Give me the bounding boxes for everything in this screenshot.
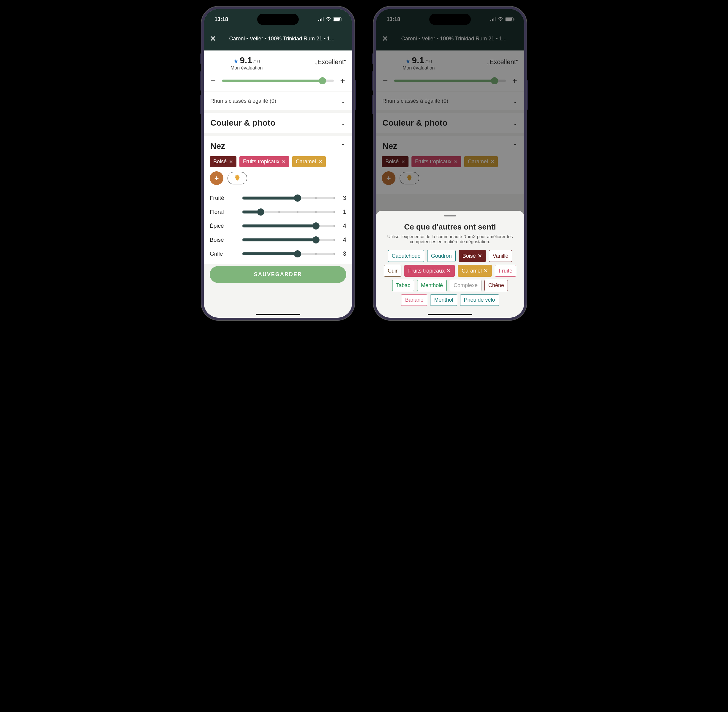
- phone-frame-1: 13:18 ✕ Caroni • Velier • 100% Trinidad …: [201, 6, 355, 321]
- suggestion-chip[interactable]: Goudron: [427, 250, 456, 262]
- chip-label: Menthol: [434, 297, 453, 303]
- suggestion-chip[interactable]: Vanillé: [489, 250, 512, 262]
- chip-label: Chêne: [488, 282, 504, 289]
- home-indicator[interactable]: [256, 314, 300, 315]
- chip-label: Boisé: [213, 159, 226, 165]
- flavor-chip[interactable]: Fruits tropicaux✕: [240, 156, 289, 167]
- attribute-value: 4: [340, 222, 346, 229]
- phone-side-button: [200, 95, 201, 114]
- flavor-chip[interactable]: Boisé✕: [210, 156, 237, 167]
- bulb-icon: [234, 175, 241, 182]
- chip-label: Mentholé: [421, 282, 443, 289]
- plus-button[interactable]: +: [339, 76, 346, 86]
- appbar-title: Caroni • Velier • 100% Trinidad Rum 21 •…: [223, 36, 346, 42]
- chip-remove-icon[interactable]: ✕: [478, 253, 482, 259]
- phone-frame-2: 13:18 ✕ Caroni • Velier • 100% Trinidad …: [373, 6, 527, 321]
- slider-thumb[interactable]: [294, 250, 301, 257]
- chip-label: Goudron: [431, 253, 452, 259]
- attribute-value: 4: [340, 236, 346, 243]
- minus-button[interactable]: −: [210, 76, 217, 86]
- star-icon: ★: [233, 58, 238, 65]
- app-bar: ✕ Caroni • Velier • 100% Trinidad Rum 21…: [204, 27, 352, 50]
- tied-rums-row[interactable]: Rhums classés à égalité (0) ⌄: [204, 92, 352, 110]
- chip-label: Banane: [405, 297, 423, 303]
- attribute-label: Épicé: [210, 222, 237, 229]
- attribute-slider[interactable]: [243, 210, 334, 214]
- suggestion-chip[interactable]: Banane: [401, 294, 427, 306]
- chip-label: Boisé: [463, 253, 476, 259]
- chip-label: Caramel: [462, 268, 482, 274]
- phone-side-button: [527, 80, 528, 110]
- battery-icon: [333, 17, 342, 21]
- attribute-row: Grillé3: [210, 247, 346, 261]
- suggestions-button[interactable]: [228, 172, 247, 184]
- chip-remove-icon[interactable]: ✕: [484, 267, 488, 274]
- attribute-slider[interactable]: [243, 196, 334, 200]
- rating-word: „Excellent": [315, 58, 346, 66]
- color-photo-section[interactable]: Couleur & photo ⌄: [204, 113, 352, 133]
- suggestion-chip[interactable]: Complexe: [450, 280, 481, 291]
- phone-side-button: [372, 53, 373, 64]
- chevron-down-icon: ⌄: [340, 119, 346, 126]
- chip-remove-icon[interactable]: ✕: [282, 159, 286, 165]
- attribute-label: Grillé: [210, 251, 237, 257]
- attribute-slider[interactable]: [243, 224, 334, 228]
- suggestion-chip[interactable]: Fruité: [495, 265, 516, 277]
- chip-label: Fruité: [499, 268, 512, 274]
- attribute-row: Boisé4: [210, 233, 346, 247]
- suggestion-chip[interactable]: Mentholé: [417, 280, 447, 291]
- sheet-subtitle: Utilise l'expérience de la communauté Ru…: [380, 234, 519, 244]
- suggestion-chip[interactable]: Boisé✕: [459, 250, 486, 262]
- slider-thumb[interactable]: [294, 194, 301, 202]
- chip-label: Tabac: [396, 282, 410, 289]
- chip-remove-icon[interactable]: ✕: [318, 159, 322, 165]
- nez-chips: Boisé✕Fruits tropicaux✕Caramel✕: [210, 156, 346, 167]
- phone-side-button: [372, 71, 373, 90]
- flavor-chip[interactable]: Caramel✕: [292, 156, 326, 167]
- home-indicator[interactable]: [428, 314, 472, 315]
- screen-2: 13:18 ✕ Caroni • Velier • 100% Trinidad …: [376, 9, 524, 318]
- nez-section-header[interactable]: Nez ⌃: [204, 136, 352, 156]
- suggestion-chip[interactable]: Fruits tropicaux✕: [404, 265, 455, 277]
- suggestion-chip[interactable]: Menthol: [430, 294, 457, 306]
- sheet-chips: CaoutchoucGoudronBoisé✕VanilléCuirFruits…: [380, 250, 519, 306]
- sheet-handle[interactable]: [444, 215, 456, 217]
- suggestion-chip[interactable]: Cuir: [384, 265, 401, 277]
- rating-section: ★ 9.1 /10 Mon évaluation „Excellent" − +: [204, 50, 352, 92]
- add-flavor-button[interactable]: +: [210, 171, 223, 185]
- screen-1: 13:18 ✕ Caroni • Velier • 100% Trinidad …: [204, 9, 352, 318]
- attribute-slider[interactable]: [243, 237, 334, 242]
- attribute-slider[interactable]: [243, 252, 334, 256]
- suggestion-chip[interactable]: Tabac: [392, 280, 414, 291]
- suggestion-chip[interactable]: Chêne: [484, 280, 508, 291]
- attribute-value: 1: [340, 208, 346, 215]
- dynamic-island: [429, 14, 471, 25]
- phone-side-button: [200, 71, 201, 90]
- attribute-value: 3: [340, 250, 346, 257]
- phone-side-button: [372, 95, 373, 114]
- slider-thumb[interactable]: [257, 208, 264, 215]
- slider-thumb[interactable]: [312, 222, 320, 230]
- close-icon[interactable]: ✕: [210, 34, 219, 43]
- chip-remove-icon[interactable]: ✕: [229, 159, 233, 165]
- wifi-icon: [326, 17, 331, 21]
- sheet-title: Ce que d'autres ont senti: [380, 222, 519, 231]
- phone-side-button: [355, 80, 356, 110]
- status-time: 13:18: [215, 16, 228, 22]
- attribute-row: Fruité3: [210, 191, 346, 205]
- chip-remove-icon[interactable]: ✕: [447, 267, 451, 274]
- rating-slider[interactable]: [222, 80, 334, 82]
- attribute-row: Floral1: [210, 205, 346, 219]
- attribute-row: Épicé4: [210, 219, 346, 233]
- save-button[interactable]: SAUVEGARDER: [210, 266, 346, 283]
- suggestion-chip[interactable]: Pneu de vélo: [460, 294, 499, 306]
- rating-score: 9.1: [240, 55, 252, 65]
- slider-thumb[interactable]: [312, 236, 320, 243]
- attribute-label: Boisé: [210, 237, 237, 243]
- suggestion-chip[interactable]: Caoutchouc: [388, 250, 424, 262]
- color-photo-label: Couleur & photo: [210, 118, 275, 128]
- slider-thumb[interactable]: [319, 77, 326, 84]
- suggestion-chip[interactable]: Caramel✕: [458, 265, 492, 277]
- attribute-value: 3: [340, 194, 346, 201]
- chip-label: Vanillé: [493, 253, 509, 259]
